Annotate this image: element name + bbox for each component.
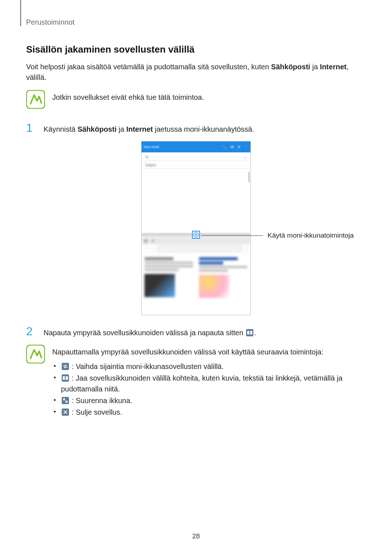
figure-email-header-icons: 📎 ✉ ✕ ⋮ <box>222 145 248 149</box>
svg-rect-6 <box>62 363 69 370</box>
page-heading: Sisällön jakaminen sovellusten välillä <box>26 44 366 55</box>
section-label: Perustoiminnot <box>26 18 366 26</box>
step1-bold1: Sähköposti <box>77 125 117 133</box>
note-block-1: Jotkin sovellukset eivät ehkä tue tätä t… <box>26 90 366 109</box>
intro-bold1: Sähköposti <box>271 63 310 71</box>
figure-address-input <box>157 246 242 251</box>
bullet-marker: • <box>52 407 57 417</box>
figure-email-pane: New email 📎 ✉ ✕ ⋮ To ⌄ Subject <box>142 141 250 233</box>
bullet-marker: • <box>52 395 57 406</box>
close-icon <box>62 408 69 415</box>
bullet-item-close: • : Sulje sovellus. <box>52 407 366 418</box>
callout-leader-line <box>201 235 263 236</box>
swap-icon <box>62 362 69 369</box>
note-block-2: Napauttamalla ympyrää sovellusikkunoiden… <box>26 345 366 418</box>
figure-web-content <box>142 253 250 315</box>
step-2-text: Napauta ympyrää sovellusikkunoiden välis… <box>44 325 366 338</box>
send-icon: ✉ <box>230 145 234 149</box>
page-number: 28 <box>0 532 392 540</box>
figure-to-label: To <box>145 155 149 159</box>
step-1-text: Käynnistä Sähköposti ja Internet jaetuss… <box>44 122 366 135</box>
tab-icon: ◧ <box>144 239 148 243</box>
svg-rect-10 <box>62 397 69 404</box>
note-text-1: Jotkin sovellukset eivät ehkä tue tätä t… <box>52 90 204 103</box>
figure-phone-image <box>144 274 175 297</box>
bullet-list: • : Vaihda sijaintia moni-ikkunasovellus… <box>52 361 366 418</box>
step1-post: jaetussa moni-ikkunanäytössä. <box>153 125 254 133</box>
close-small-icon: ✕ <box>237 145 241 149</box>
figure-subject-field: Subject <box>142 161 250 169</box>
bullet-text-2: : Suurenna ikkuna. <box>70 397 132 405</box>
figure-email-body <box>142 169 250 233</box>
step1-pre: Käynnistä <box>44 125 77 133</box>
note-icon <box>26 345 45 364</box>
margin-rule <box>20 0 21 26</box>
figure-scroll-indicator <box>248 172 250 182</box>
star-icon: ★ <box>151 239 155 243</box>
note-icon <box>26 90 45 109</box>
step2-pre: Napauta ympyrää sovellusikkunoiden välis… <box>44 329 245 337</box>
figure-wrap: New email 📎 ✉ ✕ ⋮ To ⌄ Subject <box>26 141 366 315</box>
figure-browser-addressbar: ‹ › ⌂ ☆ <box>142 245 250 253</box>
step-1-number: 1 <box>26 122 36 134</box>
note-text-2: Napauttamalla ympyrää sovellusikkunoiden… <box>52 345 366 418</box>
share-window-icon <box>246 329 253 336</box>
bullet-text-1: : Jaa sovellusikkunoiden välillä kohteit… <box>61 374 343 393</box>
figure-multi-window: New email 📎 ✉ ✕ ⋮ To ⌄ Subject <box>141 141 251 315</box>
attach-icon: 📎 <box>222 145 227 149</box>
intro-mid: ja <box>310 63 320 71</box>
bullet-item-maximize: • : Suurenna ikkuna. <box>52 395 366 406</box>
bullet-item-share: • : Jaa sovellusikkunoiden välillä kohte… <box>52 373 366 394</box>
intro-paragraph: Voit helposti jakaa sisältöä vetämällä j… <box>26 62 366 83</box>
step2-post: . <box>254 329 256 337</box>
figure-photo-image <box>199 275 229 298</box>
multi-window-handle-icon <box>193 231 199 238</box>
page-content: Perustoiminnot Sisällön jakaminen sovell… <box>0 0 392 446</box>
more-icon: … <box>158 239 162 243</box>
figure-subject-label: Subject <box>145 163 156 167</box>
home-icon: ⌂ <box>152 247 154 250</box>
callout-label: Käytä moni-ikkunatoimintoja <box>263 231 354 239</box>
bullet-text-0: : Vaihda sijaintia moni-ikkunasovelluste… <box>70 362 224 370</box>
step-2-number: 2 <box>26 325 36 337</box>
figure-callout: Käytä moni-ikkunatoimintoja <box>201 231 354 239</box>
figure-email-header: New email 📎 ✉ ✕ ⋮ <box>142 141 250 152</box>
share-window-icon <box>62 374 69 381</box>
step-2: 2 Napauta ympyrää sovellusikkunoiden väl… <box>26 325 366 338</box>
maximize-icon <box>62 396 69 403</box>
step1-mid: ja <box>117 125 126 133</box>
menu-icon: ⋮ <box>244 145 248 149</box>
intro-pre: Voit helposti jakaa sisältöä vetämällä j… <box>26 63 271 71</box>
bullet-text-3: : Sulje sovellus. <box>70 408 122 416</box>
intro-bold2: Internet <box>320 63 346 71</box>
note2-intro: Napauttamalla ympyrää sovellusikkunoiden… <box>52 347 366 357</box>
bullet-marker: • <box>52 361 57 372</box>
bullet-item-swap: • : Vaihda sijaintia moni-ikkunasovellus… <box>52 361 366 372</box>
step1-bold2: Internet <box>126 125 153 133</box>
bullet-marker: • <box>52 373 57 383</box>
figure-email-title: New email <box>144 145 159 149</box>
back-icon: ‹ <box>144 247 146 250</box>
chevron-down-icon: ⌄ <box>244 155 247 159</box>
figure-multi-window-handle <box>192 231 200 239</box>
forward-icon: › <box>148 247 150 250</box>
figure-browser-pane: ◧ ★ … ‹ › ⌂ ☆ <box>142 237 250 315</box>
step-1: 1 Käynnistä Sähköposti ja Internet jaetu… <box>26 122 366 135</box>
bookmark-icon: ☆ <box>245 247 248 250</box>
figure-to-field: To ⌄ <box>142 152 250 161</box>
